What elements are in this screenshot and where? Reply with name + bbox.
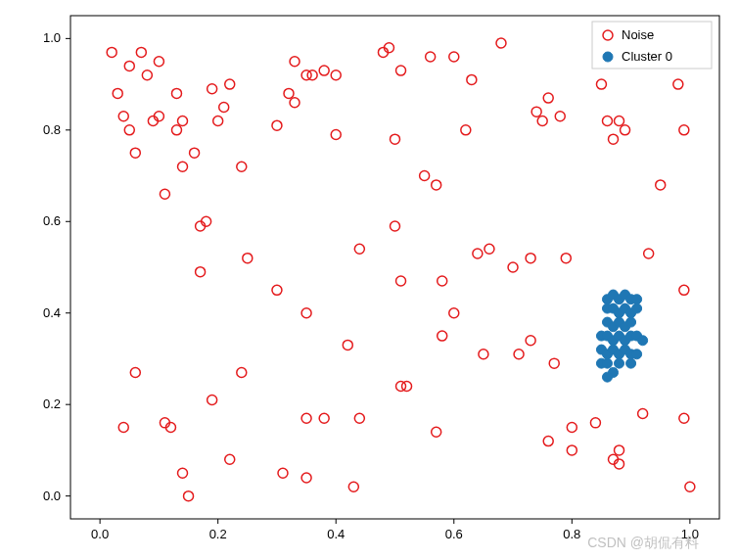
noise-point — [685, 482, 695, 491]
noise-point — [543, 437, 553, 446]
noise-point — [213, 116, 223, 125]
noise-point — [479, 350, 488, 359]
noise-point — [272, 120, 282, 130]
noise-point — [301, 413, 311, 423]
noise-point — [526, 254, 535, 263]
noise-point — [142, 70, 152, 80]
noise-point — [543, 93, 553, 103]
cluster-point — [602, 372, 612, 382]
noise-point — [461, 125, 471, 135]
noise-point — [391, 134, 400, 144]
noise-point — [549, 358, 559, 368]
noise-point — [343, 340, 352, 350]
x-tick-label: 1.0 — [681, 527, 699, 541]
noise-point — [396, 276, 406, 286]
noise-point — [118, 112, 128, 121]
noise-point — [596, 79, 606, 89]
x-tick-label: 0.4 — [327, 527, 345, 541]
noise-point — [160, 189, 169, 199]
legend-label: Cluster 0 — [622, 49, 672, 64]
noise-point — [402, 381, 412, 391]
noise-point — [396, 66, 406, 75]
noise-point — [432, 180, 441, 190]
cluster-point — [615, 358, 624, 368]
noise-point — [537, 116, 547, 125]
noise-point — [679, 285, 689, 295]
noise-point — [331, 129, 341, 139]
noise-point — [113, 88, 122, 98]
noise-point — [679, 125, 689, 135]
noise-point — [531, 107, 541, 117]
noise-point — [184, 491, 194, 501]
noise-point — [567, 423, 577, 433]
noise-point — [107, 47, 116, 57]
noise-point — [602, 116, 612, 125]
noise-point — [438, 331, 447, 341]
plot-frame — [70, 16, 719, 519]
cluster-point — [602, 358, 612, 368]
cluster-point — [638, 336, 648, 346]
noise-point — [178, 116, 188, 125]
noise-point — [561, 254, 571, 263]
noise-point — [615, 116, 624, 125]
noise-point — [272, 285, 282, 295]
noise-point — [354, 413, 364, 423]
noise-point — [237, 162, 247, 171]
noise-point — [473, 249, 483, 258]
noise-point — [679, 413, 689, 423]
y-tick-label: 0.2 — [43, 397, 61, 411]
noise-point — [190, 148, 200, 158]
noise-point — [449, 308, 459, 318]
cluster-point — [632, 350, 642, 359]
y-tick-label: 1.0 — [43, 30, 61, 45]
noise-point — [301, 308, 311, 318]
noise-point — [301, 473, 311, 483]
noise-point — [621, 125, 630, 135]
chart-svg: 0.00.20.40.60.81.00.00.20.40.60.81.0 Noi… — [0, 0, 738, 560]
legend-marker-cluster — [603, 52, 613, 62]
noise-point — [449, 52, 459, 62]
noise-point — [154, 57, 163, 67]
y-tick-label: 0.6 — [43, 213, 61, 228]
noise-point — [508, 262, 518, 272]
noise-point — [555, 112, 565, 121]
noise-point — [496, 38, 506, 48]
noise-point — [609, 134, 619, 144]
noise-point — [467, 74, 477, 84]
noise-point — [196, 267, 206, 277]
scatter-chart: 0.00.20.40.60.81.00.00.20.40.60.81.0 Noi… — [0, 0, 738, 560]
noise-point — [673, 79, 683, 89]
y-tick-label: 0.4 — [43, 305, 61, 320]
x-tick-label: 0.0 — [91, 527, 109, 541]
noise-point — [307, 70, 317, 80]
noise-point — [225, 454, 235, 464]
noise-point — [526, 336, 535, 346]
noise-point — [178, 162, 188, 171]
y-tick-label: 0.8 — [43, 122, 61, 137]
noise-point — [432, 427, 441, 437]
noise-point — [391, 221, 400, 231]
noise-point — [638, 409, 648, 419]
noise-point — [615, 445, 624, 455]
noise-point — [208, 84, 217, 94]
x-tick-label: 0.6 — [445, 527, 463, 541]
noise-point — [124, 125, 134, 135]
noise-point — [348, 482, 358, 491]
noise-point — [319, 66, 329, 75]
noise-point — [243, 254, 253, 263]
cluster-point — [632, 295, 642, 304]
legend-label: Noise — [622, 27, 654, 42]
cluster-point — [626, 358, 636, 368]
x-tick-label: 0.2 — [209, 527, 227, 541]
cluster-point — [632, 303, 642, 313]
noise-point — [219, 102, 229, 112]
noise-point — [130, 367, 140, 377]
noise-point — [319, 413, 329, 423]
noise-point — [237, 367, 247, 377]
noise-point — [567, 445, 577, 455]
noise-point — [171, 88, 181, 98]
noise-point — [136, 47, 146, 57]
noise-point — [656, 180, 666, 190]
noise-point — [278, 468, 288, 478]
noise-point — [130, 148, 140, 158]
